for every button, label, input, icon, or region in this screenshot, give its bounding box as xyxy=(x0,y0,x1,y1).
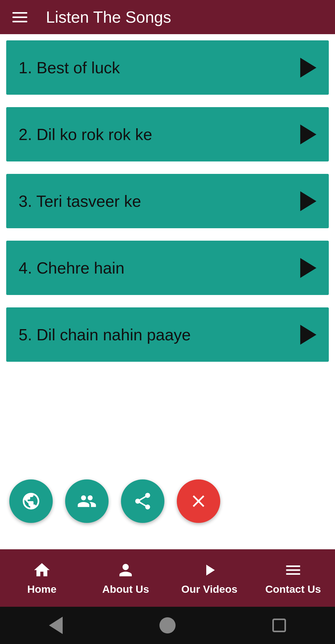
system-home-button[interactable] xyxy=(155,613,180,638)
share-fab-button[interactable] xyxy=(121,479,164,523)
song-item-5[interactable]: 5. Dil chain nahin paaye xyxy=(6,307,329,362)
nav-label-videos: Our Videos xyxy=(181,583,238,595)
song-label-2: 2. Dil ko rok rok ke xyxy=(19,125,152,144)
play-button-4[interactable] xyxy=(300,258,316,278)
play-button-5[interactable] xyxy=(300,325,316,345)
play-icon xyxy=(200,561,219,579)
play-button-1[interactable] xyxy=(300,58,316,78)
nav-item-about[interactable]: About Us xyxy=(84,561,168,595)
menu-lines-icon xyxy=(284,561,302,579)
play-button-2[interactable] xyxy=(300,125,316,144)
page-title: Listen The Songs xyxy=(46,8,171,26)
system-recents-button[interactable] xyxy=(267,613,292,638)
home-icon xyxy=(33,561,51,579)
song-item-2[interactable]: 2. Dil ko rok rok ke xyxy=(6,107,329,161)
fab-area xyxy=(0,479,335,523)
song-item-4[interactable]: 4. Chehre hain xyxy=(6,241,329,295)
person-icon xyxy=(116,561,135,579)
group-fab-button[interactable] xyxy=(65,479,109,523)
app-header: Listen The Songs xyxy=(0,0,335,34)
song-label-5: 5. Dil chain nahin paaye xyxy=(19,325,191,344)
nav-label-about: About Us xyxy=(102,583,149,595)
nav-item-videos[interactable]: Our Videos xyxy=(168,561,251,595)
system-nav-bar xyxy=(0,607,335,644)
song-list-container: 1. Best of luck2. Dil ko rok rok ke3. Te… xyxy=(0,34,335,549)
menu-icon[interactable] xyxy=(12,12,27,22)
bottom-nav: Home About Us Our Videos Contact Us xyxy=(0,549,335,607)
song-label-4: 4. Chehre hain xyxy=(19,259,124,277)
play-button-3[interactable] xyxy=(300,191,316,211)
nav-label-home: Home xyxy=(27,583,56,595)
song-list: 1. Best of luck2. Dil ko rok rok ke3. Te… xyxy=(0,40,335,362)
song-item-1[interactable]: 1. Best of luck xyxy=(6,40,329,95)
close-fab-button[interactable] xyxy=(177,479,220,523)
song-label-3: 3. Teri tasveer ke xyxy=(19,192,141,211)
song-label-1: 1. Best of luck xyxy=(19,58,120,77)
system-back-button[interactable] xyxy=(43,613,68,638)
song-item-3[interactable]: 3. Teri tasveer ke xyxy=(6,174,329,228)
nav-item-contact[interactable]: Contact Us xyxy=(251,561,335,595)
nav-item-home[interactable]: Home xyxy=(0,561,84,595)
nav-label-contact: Contact Us xyxy=(265,583,321,595)
globe-fab-button[interactable] xyxy=(9,479,53,523)
